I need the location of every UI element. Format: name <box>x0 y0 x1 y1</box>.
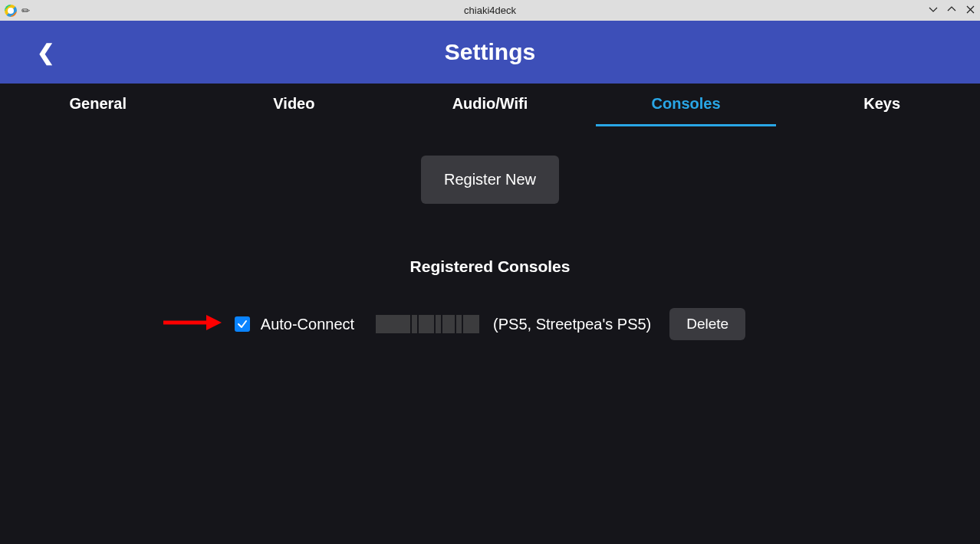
close-button[interactable] <box>965 5 975 16</box>
minimize-button[interactable] <box>928 5 939 16</box>
console-row: Auto-Connect (PS5, Streetpea's PS5) Dele… <box>235 308 745 340</box>
tab-keys[interactable]: Keys <box>791 84 972 126</box>
titlebar-controls <box>928 5 975 16</box>
auto-connect-checkbox[interactable] <box>235 316 250 332</box>
app-window: ❮ Settings General Video Audio/Wifi Cons… <box>0 21 980 544</box>
tab-general[interactable]: General <box>8 84 189 126</box>
console-description: (PS5, Streetpea's PS5) <box>493 316 651 333</box>
window-titlebar: ✎ chiaki4deck <box>0 0 980 21</box>
window-title: chiaki4deck <box>464 5 516 16</box>
tab-consoles[interactable]: Consoles <box>596 84 777 126</box>
auto-connect-label: Auto-Connect <box>261 316 354 333</box>
titlebar-left: ✎ <box>5 5 30 17</box>
maximize-button[interactable] <box>946 5 957 16</box>
tab-audiowifi[interactable]: Audio/Wifi <box>400 84 580 126</box>
header-bar: ❮ Settings <box>0 21 980 84</box>
pin-icon[interactable]: ✎ <box>18 3 32 17</box>
content-area: Register New Registered Consoles Auto-Co… <box>0 126 980 340</box>
registered-consoles-heading: Registered Consoles <box>410 257 571 276</box>
svg-marker-1 <box>206 315 222 330</box>
delete-button[interactable]: Delete <box>669 308 745 340</box>
console-ip-redacted <box>376 315 479 333</box>
tab-bar: General Video Audio/Wifi Consoles Keys <box>0 84 980 126</box>
page-title: Settings <box>445 39 535 65</box>
arrow-annotation-icon <box>162 313 223 336</box>
tab-video[interactable]: Video <box>204 84 385 126</box>
app-icon <box>5 5 17 17</box>
register-new-button[interactable]: Register New <box>421 156 559 204</box>
back-button[interactable]: ❮ <box>37 40 54 65</box>
